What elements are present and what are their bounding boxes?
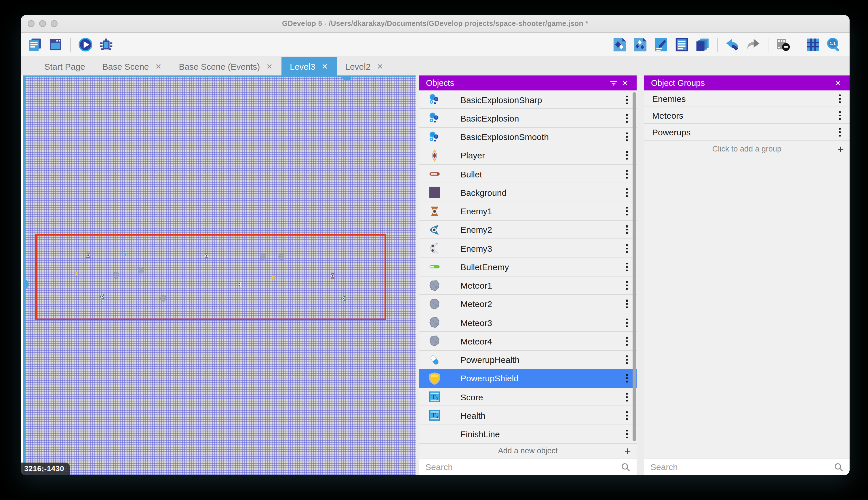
gdevelop-window: GDevelop 5 - /Users/dkarakay/Documents/G… [21, 15, 849, 475]
object-row-meteor1[interactable]: Meteor1 [419, 276, 637, 295]
object-row-enemy1[interactable]: Enemy1 [419, 202, 637, 220]
object-row-basicexplosionsmooth[interactable]: BasicExplosionSmooth [419, 128, 637, 146]
kebab-menu-icon[interactable] [622, 243, 632, 253]
kebab-menu-icon[interactable] [622, 113, 632, 124]
kebab-menu-icon[interactable] [622, 410, 632, 421]
object-row-score[interactable]: TxScore [419, 388, 637, 406]
tab-label: Base Scene (Events) [179, 61, 260, 71]
object-groups-panel-icon[interactable] [633, 37, 648, 53]
kebab-menu-icon[interactable] [622, 299, 632, 309]
meteor-icon [428, 335, 441, 348]
toolbar-right-group: 1:1 [612, 37, 842, 53]
play-icon[interactable] [78, 37, 93, 53]
add-group-button[interactable]: Click to add a group + [644, 140, 849, 157]
object-row-basicexplosion[interactable]: BasicExplosion [419, 109, 637, 128]
grid-icon[interactable] [805, 37, 821, 53]
filter-icon[interactable] [608, 77, 619, 89]
mask-icon[interactable] [775, 37, 791, 53]
object-row-finishline[interactable]: FinishLine [419, 425, 637, 444]
tab-level3[interactable]: Level3✕ [281, 57, 337, 76]
tab-base-scene-events-[interactable]: Base Scene (Events)✕ [170, 57, 281, 76]
enemy3-icon [428, 242, 441, 254]
kebab-menu-icon[interactable] [835, 127, 845, 137]
group-row-enemies[interactable]: Enemies [644, 90, 849, 107]
kebab-menu-icon[interactable] [622, 150, 632, 161]
object-row-bullet[interactable]: Bullet [419, 165, 637, 183]
kebab-menu-icon[interactable] [622, 169, 632, 179]
tab-start-page[interactable]: Start Page [36, 57, 94, 76]
object-row-enemy2[interactable]: Enemy2 [419, 220, 637, 239]
instances-panel-icon[interactable] [674, 37, 690, 53]
meteor-icon [428, 298, 441, 310]
canvas-hscrollbar[interactable] [23, 76, 415, 77]
kebab-menu-icon[interactable] [622, 206, 632, 216]
project-manager-icon[interactable] [27, 37, 43, 53]
close-icon[interactable]: ✕ [619, 77, 631, 89]
properties-panel-icon[interactable] [653, 37, 669, 53]
object-row-meteor3[interactable]: Meteor3 [419, 314, 637, 332]
object-row-enemy3[interactable]: Enemy3 [419, 239, 637, 258]
objects-panel-title: Objects [426, 78, 608, 88]
svg-text:x: x [436, 396, 438, 400]
group-row-meteors[interactable]: Meteors [644, 107, 849, 124]
close-tab-icon[interactable]: ✕ [155, 62, 162, 70]
close-tab-icon[interactable]: ✕ [266, 62, 272, 70]
object-row-powerupshield[interactable]: PowerupShield [419, 369, 637, 388]
object-row-background[interactable]: Background [419, 183, 637, 202]
object-row-meteor4[interactable]: Meteor4 [419, 332, 637, 351]
kebab-menu-icon[interactable] [622, 280, 632, 291]
object-name: Meteor1 [460, 281, 622, 290]
text-icon: Tx [428, 409, 441, 422]
kebab-menu-icon[interactable] [622, 262, 632, 272]
object-row-meteor2[interactable]: Meteor2 [419, 295, 637, 314]
tab-label: Start Page [44, 61, 85, 71]
kebab-menu-icon[interactable] [622, 336, 632, 346]
powerup-health-icon [428, 353, 441, 366]
scene-window-icon[interactable] [48, 37, 63, 53]
undo-icon[interactable] [725, 37, 740, 53]
objects-panel-icon[interactable] [612, 37, 627, 53]
kebab-menu-icon[interactable] [622, 373, 632, 384]
kebab-menu-icon[interactable] [622, 392, 632, 402]
kebab-menu-icon[interactable] [622, 429, 632, 439]
close-icon[interactable]: ✕ [832, 77, 844, 89]
kebab-menu-icon[interactable] [622, 225, 632, 235]
layers-panel-icon[interactable] [695, 37, 710, 53]
objects-search-input[interactable] [425, 462, 621, 472]
object-name: Enemy1 [460, 206, 622, 216]
kebab-menu-icon[interactable] [622, 317, 632, 328]
toolbar-divider [717, 38, 718, 52]
groups-search-input[interactable] [650, 462, 833, 472]
objects-list-scrollbar[interactable] [633, 92, 636, 441]
object-name: BasicExplosionSmooth [460, 132, 622, 142]
kebab-menu-icon[interactable] [835, 110, 845, 121]
object-row-basicexplosionsharp[interactable]: BasicExplosionSharp [419, 90, 637, 109]
kebab-menu-icon[interactable] [835, 94, 845, 104]
kebab-menu-icon[interactable] [622, 94, 632, 105]
canvas-vscrollbar[interactable] [23, 76, 25, 475]
tab-level2[interactable]: Level2✕ [337, 57, 392, 76]
desktop: GDevelop 5 - /Users/dkarakay/Documents/G… [0, 0, 868, 500]
kebab-menu-icon[interactable] [622, 132, 632, 142]
tab-base-scene[interactable]: Base Scene✕ [94, 57, 171, 76]
object-row-player[interactable]: Player [419, 146, 637, 165]
object-groups-panel-title: Object Groups [651, 78, 832, 88]
object-row-bulletenemy[interactable]: BulletEnemy [419, 258, 637, 276]
object-row-poweruphealth[interactable]: PowerupHealth [419, 351, 637, 369]
close-tab-icon[interactable]: ✕ [321, 62, 328, 70]
kebab-menu-icon[interactable] [622, 354, 632, 365]
debug-icon[interactable] [98, 37, 114, 53]
svg-text:1:1: 1:1 [830, 41, 836, 46]
object-name: FinishLine [460, 429, 622, 439]
scene-canvas[interactable]: 3216;-1430 [21, 76, 415, 475]
redo-icon[interactable] [746, 37, 761, 53]
title-bar: GDevelop 5 - /Users/dkarakay/Documents/G… [21, 15, 849, 33]
meteor-icon [428, 316, 441, 329]
close-tab-icon[interactable]: ✕ [377, 62, 383, 70]
group-row-powerups[interactable]: Powerups [644, 124, 849, 140]
kebab-menu-icon[interactable] [622, 188, 632, 198]
add-object-button[interactable]: Add a new object + [419, 444, 637, 458]
object-row-health[interactable]: TxHealth [419, 406, 637, 425]
zoom-actual-icon[interactable]: 1:1 [826, 37, 842, 53]
explosion-icon [428, 130, 441, 143]
